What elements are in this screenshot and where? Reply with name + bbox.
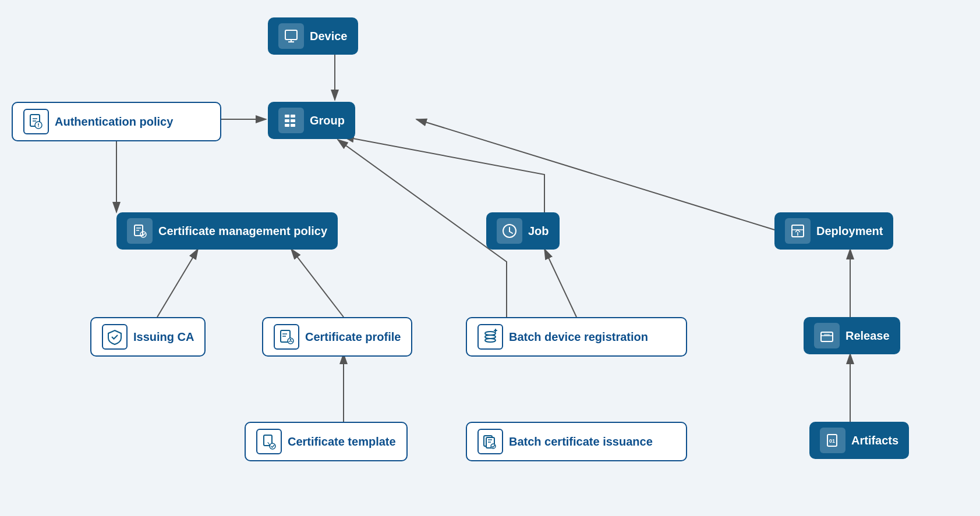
cert-template-icon-bg <box>256 429 282 454</box>
release-node: Release <box>804 317 900 354</box>
diagram-container: Device Group Aut <box>0 0 980 516</box>
cert-profile-label: Certificate profile <box>305 330 401 344</box>
deployment-icon <box>790 223 806 239</box>
artifacts-node: 01 Artifacts <box>809 422 909 459</box>
svg-rect-15 <box>285 119 289 122</box>
group-icon <box>283 112 299 129</box>
job-label: Job <box>528 225 549 238</box>
issuing-ca-icon-bg <box>102 324 128 350</box>
auth-policy-node: Authentication policy <box>12 102 221 141</box>
auth-icon-bg <box>23 109 49 134</box>
cert-mgmt-node: Certificate management policy <box>116 212 338 250</box>
auth-icon <box>28 113 44 130</box>
svg-rect-18 <box>291 124 295 127</box>
group-label: Group <box>310 114 345 127</box>
device-icon-bg <box>278 23 304 49</box>
job-icon-bg <box>497 218 522 244</box>
issuing-ca-label: Issuing CA <box>133 330 194 344</box>
release-icon-bg <box>814 323 840 348</box>
shield-icon <box>107 329 123 345</box>
svg-point-31 <box>290 339 292 341</box>
cert-template-icon <box>261 433 277 450</box>
cert-profile-icon <box>278 329 295 345</box>
release-icon <box>819 328 835 344</box>
clock-icon <box>501 223 518 239</box>
batch-cert-label: Batch certificate issuance <box>509 435 653 449</box>
svg-rect-16 <box>291 119 295 122</box>
issuing-ca-node: Issuing CA <box>90 317 206 357</box>
svg-line-4 <box>157 249 198 317</box>
cert-template-label: Certificate template <box>288 435 396 449</box>
cert-mgmt-label: Certificate management policy <box>158 225 327 238</box>
release-label: Release <box>845 329 890 343</box>
cert-profile-icon-bg <box>274 324 299 350</box>
svg-text:01: 01 <box>829 438 835 444</box>
svg-point-47 <box>491 444 496 449</box>
deployment-node: Deployment <box>774 212 893 250</box>
batch-device-icon <box>482 329 498 345</box>
batch-cert-icon <box>482 433 498 450</box>
svg-rect-14 <box>291 115 295 118</box>
svg-point-41 <box>485 339 496 342</box>
batch-cert-node: Batch certificate issuance <box>466 422 687 461</box>
artifacts-icon: 01 <box>825 432 841 449</box>
svg-line-5 <box>291 249 344 317</box>
batch-device-node: Batch device registration <box>466 317 687 357</box>
svg-rect-55 <box>824 334 830 336</box>
cert-template-node: Certificate template <box>245 422 408 461</box>
svg-line-7 <box>544 249 576 317</box>
artifacts-label: Artifacts <box>851 434 898 447</box>
job-node: Job <box>486 212 560 250</box>
group-icon-bg <box>278 108 304 133</box>
cert-mgmt-icon-bg <box>127 218 153 244</box>
batch-cert-icon-bg <box>477 429 503 454</box>
cert-profile-node: Certificate profile <box>262 317 412 357</box>
device-icon <box>283 28 299 44</box>
cert-mgmt-icon <box>132 223 148 239</box>
deployment-label: Deployment <box>816 225 883 238</box>
group-node: Group <box>268 102 355 139</box>
batch-device-icon-bg <box>477 324 503 350</box>
svg-rect-13 <box>285 115 289 118</box>
svg-line-38 <box>510 232 512 233</box>
deployment-icon-bg <box>785 218 811 244</box>
svg-rect-53 <box>821 332 833 341</box>
artifacts-icon-bg: 01 <box>820 428 845 453</box>
batch-device-label: Batch device registration <box>509 330 648 344</box>
device-node: Device <box>268 17 358 55</box>
device-label: Device <box>310 30 348 43</box>
svg-rect-10 <box>285 30 297 40</box>
svg-point-22 <box>38 126 39 127</box>
svg-rect-17 <box>285 124 289 127</box>
auth-policy-label: Authentication policy <box>55 115 173 129</box>
